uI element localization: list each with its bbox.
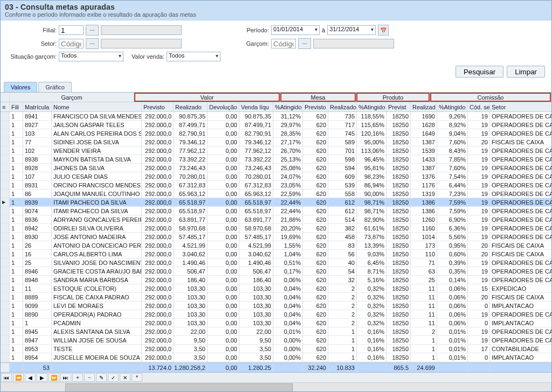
- table-row[interactable]: 177SIDINEI JOSE DA SILVA292.000,079.346,…: [1, 138, 551, 146]
- table-row[interactable]: ▶18939ITAMI PACHECO DA SILVA292.000,065.…: [1, 198, 551, 207]
- nav-first[interactable]: ⏮: [1, 373, 12, 382]
- table-row[interactable]: 116CARLOS ALBERTO LIMA292.000,03.040,620…: [1, 250, 551, 258]
- nav-add[interactable]: ＋: [72, 373, 83, 382]
- table-row[interactable]: 18954JUSCELLE MOEIRA DE SOUZA LIMA292.00…: [1, 353, 551, 362]
- col-header[interactable]: Matrícula: [23, 102, 52, 111]
- garcom-label: Garçom:: [242, 40, 269, 47]
- table-row[interactable]: 18948SANDRA MARIA BARBOSA292.000,0186,40…: [1, 276, 551, 284]
- filial-desc: [101, 25, 182, 35]
- table-row[interactable]: 18890OPERADOR(A) PADRAO292.000,0103,300,…: [1, 310, 551, 319]
- filial-input[interactable]: [59, 25, 84, 35]
- nav-next[interactable]: ▶: [37, 373, 47, 382]
- table-row[interactable]: 18945ALEXIS SANTANA DA SILVA292.000,022,…: [1, 327, 551, 336]
- grid-group-header: Garçom Valor Mesa Produto Comissão: [1, 93, 551, 102]
- data-grid: Garçom Valor Mesa Produto Comissão ≡ Fil…: [1, 93, 551, 391]
- setor-desc: [101, 39, 182, 48]
- filial-label: Filial:: [7, 27, 57, 33]
- nav-refresh[interactable]: ✓: [108, 373, 119, 382]
- col-header[interactable]: Previsto: [303, 102, 328, 111]
- periodo-label: Período:: [242, 27, 269, 33]
- valorvenda-label: Valor venda:: [126, 53, 164, 60]
- table-row[interactable]: 1107JULIO CESAR DIAS292.000,070.280,010,…: [1, 172, 551, 181]
- garcom-desc: [313, 39, 394, 48]
- col-header[interactable]: Realizado: [174, 102, 208, 111]
- calendar-icon[interactable]: 📅: [378, 25, 389, 36]
- grid-body[interactable]: 18941FRANCISCO DA SILVA MENDES292.000,09…: [1, 112, 551, 362]
- setor-lookup-button[interactable]: ...: [86, 38, 99, 49]
- table-row[interactable]: 18953TESTE292.000,03,500,003,500,00%6201…: [1, 345, 551, 353]
- table-row[interactable]: 18938MAYKON BATISTA DA SILVA292.000,073.…: [1, 155, 551, 164]
- tab-valores[interactable]: Valores: [4, 82, 37, 92]
- col-header[interactable]: %Atingido: [437, 102, 468, 111]
- table-row[interactable]: 186JOAQUIM MANUEL COUTINHO PINTO292.000,…: [1, 190, 551, 198]
- garcom-input[interactable]: [271, 39, 296, 48]
- table-row[interactable]: 18946GRACIETE COSTA ARAUJO BARBOSA292.00…: [1, 267, 551, 276]
- col-header[interactable]: Nome: [52, 102, 142, 111]
- grid-footer: 5313.724.01.280.258,20,001.280.2532.2401…: [1, 362, 551, 372]
- grp-garcom: Garçom: [10, 93, 134, 102]
- table-row[interactable]: 111ESTOQUE (COLETOR)292.000,0103,300,001…: [1, 284, 551, 293]
- table-row[interactable]: 18927JAILSON GASPAR TELES292.000,087.499…: [1, 121, 551, 129]
- table-row[interactable]: 18941FRANCISCO DA SILVA MENDES292.000,09…: [1, 112, 551, 121]
- tab-grafico[interactable]: Gráfico: [38, 82, 71, 92]
- app-window: 03 - Consulta metas apuradas Conforme o …: [0, 0, 552, 392]
- nav-nextpage[interactable]: ⏩: [49, 373, 59, 382]
- scrollbar-thumb[interactable]: [65, 383, 293, 391]
- col-header[interactable]: Realizad: [411, 102, 437, 111]
- periodo-to-combo[interactable]: 31/12/2014: [327, 25, 376, 35]
- table-row[interactable]: 19074ITAMI PACHECO DA SIILVA292.000,065.…: [1, 207, 551, 215]
- page-title: 03 - Consulta metas apuradas: [5, 3, 547, 11]
- pesquisar-button[interactable]: Pesquisar: [456, 66, 503, 78]
- nav-filter[interactable]: ✕: [120, 373, 130, 382]
- grp-valor: Valor: [134, 93, 280, 102]
- titlebar: 03 - Consulta metas apuradas Conforme o …: [1, 1, 551, 20]
- table-row[interactable]: 11PCADMIN292.000,0103,300,00103,300,04%6…: [1, 319, 551, 327]
- col-header[interactable]: Cód. se: [468, 102, 490, 111]
- table-row[interactable]: 18928JHONES DA SILVA292.000,073.246,430,…: [1, 164, 551, 172]
- table-row[interactable]: 1103ALAN CARLOS PEREIRA DOS SANTOS292.00…: [1, 129, 551, 138]
- nav-edit[interactable]: ✎: [96, 373, 107, 382]
- limpar-button[interactable]: Limpar: [507, 66, 545, 78]
- situacao-combo[interactable]: Todos: [59, 52, 123, 61]
- grp-produto: Produto: [356, 93, 430, 102]
- nav-del[interactable]: －: [84, 373, 95, 382]
- table-row[interactable]: 1102WENDER VIEIRA292.000,077.962,120,007…: [1, 146, 551, 155]
- col-header[interactable]: Realizado: [328, 102, 357, 111]
- horizontal-scrollbar[interactable]: [1, 382, 551, 391]
- table-row[interactable]: 18947WILLIAN JOSE DE SOUSA292.000,09,500…: [1, 336, 551, 345]
- table-row[interactable]: 18931ORCINO FRANCISCO MENDES292.000,067.…: [1, 181, 551, 190]
- col-header[interactable]: %Atingido: [273, 102, 303, 111]
- valorvenda-combo[interactable]: Todos: [167, 52, 220, 61]
- periodo-from-combo[interactable]: 01/01/2014: [271, 25, 320, 35]
- garcom-lookup-button[interactable]: ...: [298, 38, 311, 49]
- table-row[interactable]: 126ANTONIO DA CONCEICAO PEREIRA292.000,0…: [1, 241, 551, 250]
- grid-column-header: ≡ FiliMatrículaNomePrevistoRealizadoDevo…: [1, 102, 551, 112]
- table-row[interactable]: 19099LEVI DE MORAES292.000,0103,300,0010…: [1, 302, 551, 310]
- grp-comissao: Comissão: [430, 93, 551, 102]
- table-row[interactable]: 18930JOSE ANTONIO MADEIRA292.000,057.485…: [1, 233, 551, 241]
- col-header[interactable]: %Atingido: [357, 102, 387, 111]
- col-header[interactable]: Fili: [10, 102, 23, 111]
- page-subtitle: Conforme o período informado exibe o res…: [5, 11, 547, 18]
- table-row[interactable]: 125SILVANIO JOSE DO NASCIMENTO292.000,01…: [1, 258, 551, 267]
- filial-lookup-button[interactable]: ...: [86, 25, 99, 36]
- nav-indicator[interactable]: *: [132, 373, 142, 382]
- col-header[interactable]: Setor: [490, 102, 551, 111]
- nav-prevpage[interactable]: ⏪: [13, 373, 24, 382]
- grp-mesa: Mesa: [280, 93, 356, 102]
- tabs: Valores Gráfico: [1, 82, 551, 93]
- col-header[interactable]: Venda líqu: [239, 102, 273, 111]
- action-bar: Pesquisar Limpar: [1, 65, 551, 81]
- table-row[interactable]: 18936ADRYANO GONCALVES PEREIRA292.000,06…: [1, 215, 551, 224]
- nav-last[interactable]: ⏭: [60, 373, 71, 382]
- col-header[interactable]: Devolução: [208, 102, 239, 111]
- table-row[interactable]: 18889FISCAL DE CAIXA PADRAO292.000,0103,…: [1, 293, 551, 302]
- col-header[interactable]: Previsto: [142, 102, 174, 111]
- nav-prev[interactable]: ◀: [25, 373, 36, 382]
- setor-label: Setor:: [7, 40, 57, 47]
- grid-navigator: ⏮ ⏪ ◀ ▶ ⏩ ⏭ ＋ － ✎ ✓ ✕ *: [1, 372, 551, 382]
- periodo-separator: à: [322, 27, 325, 33]
- setor-input[interactable]: [59, 39, 84, 48]
- col-header[interactable]: Previst: [387, 102, 411, 111]
- table-row[interactable]: 18942ODIRLEI SILVA OLIVEIRA292.000,058.9…: [1, 224, 551, 233]
